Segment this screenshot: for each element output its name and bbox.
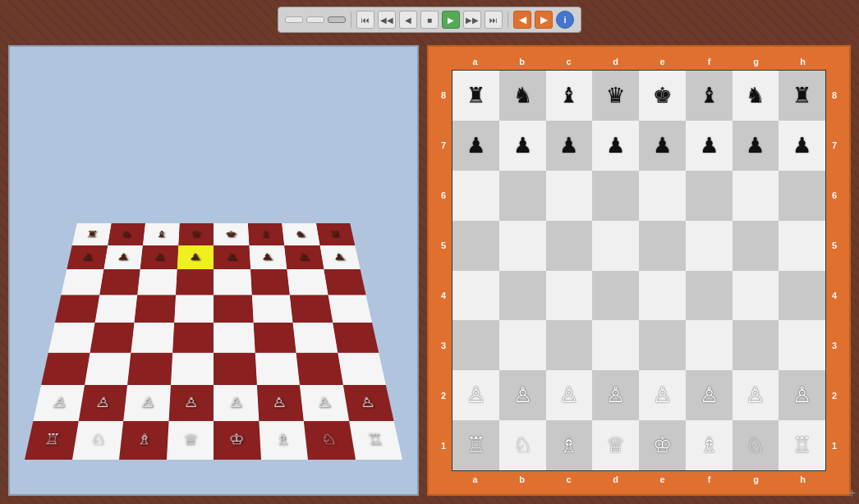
chess-cell-3d[interactable]: [99, 268, 140, 294]
chess-cell-2d[interactable]: ♘: [733, 420, 779, 470]
chess-cell-2d[interactable]: ♙: [733, 370, 779, 420]
play-button[interactable]: ▶: [442, 11, 460, 29]
chess-cell-3d[interactable]: ♙: [342, 385, 393, 420]
chess-cell-2d[interactable]: [686, 271, 733, 321]
chess-cell-2d[interactable]: [639, 221, 686, 271]
chess-cell-3d[interactable]: ♗: [119, 420, 168, 460]
chess-cell-3d[interactable]: ♟: [67, 245, 107, 268]
prev-button[interactable]: ◀◀: [378, 11, 396, 29]
chess-cell-2d[interactable]: ♝: [546, 71, 593, 121]
chess-cell-2d[interactable]: ♜: [452, 71, 499, 121]
arrow-right-button[interactable]: ▶: [535, 11, 553, 29]
chess-cell-2d[interactable]: ♙: [546, 370, 593, 420]
chess-cell-2d[interactable]: [546, 221, 593, 271]
chess-cell-3d[interactable]: [94, 295, 137, 323]
chess-cell-2d[interactable]: ♟: [779, 121, 825, 171]
chess-cell-3d[interactable]: ♞: [108, 223, 145, 245]
chess-cell-2d[interactable]: ♚: [639, 71, 686, 121]
chess-cell-2d[interactable]: [546, 271, 593, 321]
chess-cell-3d[interactable]: [214, 352, 256, 385]
chess-cell-2d[interactable]: [686, 221, 733, 271]
chess-cell-3d[interactable]: ♚: [214, 223, 249, 245]
chess-cell-3d[interactable]: ♟: [177, 245, 214, 268]
chess-cell-2d[interactable]: ♟: [733, 121, 779, 171]
chess-cell-3d[interactable]: ♕: [167, 420, 214, 460]
chess-cell-2d[interactable]: [686, 320, 733, 370]
chess-cell-3d[interactable]: [296, 352, 343, 385]
chess-cell-2d[interactable]: [452, 271, 499, 321]
chess-cell-2d[interactable]: ♗: [546, 420, 593, 470]
chess-cell-2d[interactable]: ♟: [639, 121, 686, 171]
chess-cell-2d[interactable]: [733, 171, 779, 221]
chess-cell-3d[interactable]: ♙: [123, 385, 170, 420]
chess-cell-2d[interactable]: ♘: [499, 420, 546, 470]
chess-cell-3d[interactable]: ♟: [140, 245, 178, 268]
chess-cell-3d[interactable]: [214, 295, 253, 323]
chess-cell-2d[interactable]: [686, 171, 733, 221]
chess-cell-2d[interactable]: ♔: [639, 420, 686, 470]
chess-cell-3d[interactable]: ♜: [316, 223, 356, 245]
view-both-button[interactable]: [328, 16, 346, 23]
chess-cell-3d[interactable]: ♔: [214, 420, 261, 460]
chess-cell-3d[interactable]: [214, 322, 255, 352]
chess-cell-3d[interactable]: ♖: [349, 420, 402, 460]
plus-button[interactable]: +: [848, 486, 856, 501]
chess-cell-2d[interactable]: ♞: [733, 71, 779, 121]
chess-cell-2d[interactable]: [779, 271, 825, 321]
chess-cell-3d[interactable]: ♞: [282, 223, 319, 245]
chess-cell-3d[interactable]: ♙: [300, 385, 349, 420]
chess-cell-2d[interactable]: [592, 171, 639, 221]
chess-cell-3d[interactable]: [134, 295, 175, 323]
chess-cell-2d[interactable]: [639, 320, 686, 370]
chess-cell-2d[interactable]: [733, 320, 779, 370]
chess-cell-3d[interactable]: ♟: [284, 245, 324, 268]
chess-cell-3d[interactable]: [85, 352, 131, 385]
chess-cell-2d[interactable]: ♙: [639, 370, 686, 420]
skip-end-button[interactable]: ⏭: [485, 11, 503, 29]
chess-cell-3d[interactable]: ♙: [214, 385, 259, 420]
chess-cell-3d[interactable]: [214, 268, 251, 294]
chess-cell-2d[interactable]: ♟: [686, 121, 733, 171]
skip-start-button[interactable]: ⏮: [356, 11, 374, 29]
chess-cell-3d[interactable]: ♙: [78, 385, 127, 420]
chess-cell-3d[interactable]: ♘: [304, 420, 356, 460]
chess-cell-3d[interactable]: [287, 268, 328, 294]
chess-cell-3d[interactable]: [171, 352, 214, 385]
chess-cell-3d[interactable]: [324, 268, 366, 294]
chess-cell-3d[interactable]: ♖: [25, 420, 78, 460]
chess-cell-3d[interactable]: ♝: [143, 223, 180, 245]
chess-cell-2d[interactable]: ♛: [592, 71, 639, 121]
chess-cell-2d[interactable]: [452, 221, 499, 271]
info-button[interactable]: i: [556, 11, 574, 29]
chess-cell-3d[interactable]: ♝: [248, 223, 285, 245]
chess-cell-2d[interactable]: ♗: [686, 420, 733, 470]
chess-cell-2d[interactable]: [639, 171, 686, 221]
chess-cell-2d[interactable]: ♙: [452, 370, 499, 420]
chess-cell-3d[interactable]: [174, 295, 214, 323]
chess-cell-2d[interactable]: ♙: [686, 370, 733, 420]
chess-cell-3d[interactable]: ♟: [214, 245, 250, 268]
chess-cell-2d[interactable]: ♟: [592, 121, 639, 171]
chess-cell-3d[interactable]: ♛: [178, 223, 214, 245]
next-button[interactable]: ▶▶: [463, 11, 481, 29]
chess-cell-2d[interactable]: ♜: [779, 71, 825, 121]
back-button[interactable]: ◀: [399, 11, 417, 29]
chess-cell-2d[interactable]: ♟: [452, 121, 499, 171]
chess-cell-3d[interactable]: [55, 295, 99, 323]
chess-cell-3d[interactable]: [127, 352, 172, 385]
chess-cell-2d[interactable]: ♙: [499, 370, 546, 420]
chess-cell-2d[interactable]: ♕: [592, 420, 639, 470]
chess-cell-2d[interactable]: [499, 271, 546, 321]
chess-cell-3d[interactable]: [61, 268, 103, 294]
chess-cell-3d[interactable]: ♙: [256, 385, 303, 420]
chess-cell-2d[interactable]: ♟: [546, 121, 593, 171]
chess-cell-3d[interactable]: ♜: [72, 223, 112, 245]
chess-cell-2d[interactable]: [733, 221, 779, 271]
chess-cell-2d[interactable]: [639, 271, 686, 321]
chess-cell-3d[interactable]: [131, 322, 173, 352]
chess-cell-2d[interactable]: [499, 221, 546, 271]
chess-cell-2d[interactable]: ♖: [452, 420, 499, 470]
chess-cell-2d[interactable]: [779, 320, 825, 370]
chess-cell-2d[interactable]: [546, 320, 593, 370]
chess-cell-3d[interactable]: ♟: [319, 245, 360, 268]
